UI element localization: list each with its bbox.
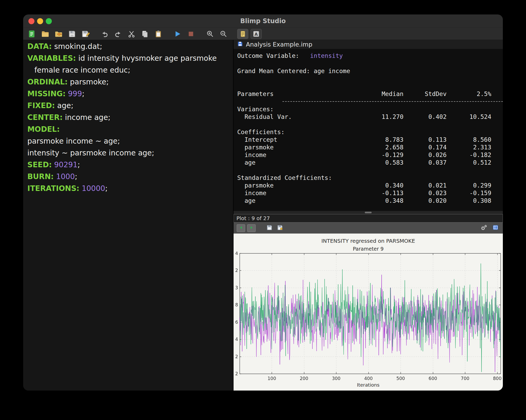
code-line: VARIABLES: id intensity hvysmoker age pa… [27,52,233,64]
zoom-out-icon [220,30,227,38]
trace-plot-canvas [234,252,503,382]
output-line: Outcome Variable: intensity [237,52,503,60]
run-button[interactable] [172,29,183,39]
plot-title: INTENSITY regressed on PARSMOKE [234,234,503,244]
splitter-handle[interactable] [365,212,372,213]
output-line: Coefficients: [237,128,503,136]
output-table-header: ParametersMedianStdDev2.5% [237,90,503,98]
output-table-row: Residual Var.11.2700.40210.524 [237,113,503,121]
zoom-window-button[interactable] [46,18,52,24]
output-table-row: age0.5830.0370.512 [237,159,503,166]
stop-icon [187,30,195,38]
tab-analysis-example[interactable]: Analysis Example.imp [234,40,316,49]
window-title: Blimp Studio [240,17,286,25]
output-table-row: income-0.1130.023-0.159 [237,189,503,197]
save-plot-icon [266,225,272,232]
svg-text:A: A [255,32,258,37]
font-icon: A [252,30,260,38]
code-line: ORDINAL: parsmoke; [27,76,233,88]
undo-button[interactable] [99,29,110,39]
new-file-button[interactable] [26,29,37,39]
pane-splitter[interactable] [234,211,503,214]
code-line: parsmoke income ~ age; [27,135,233,147]
output-table-row: parsmoke0.3400.0210.299 [237,182,503,189]
code-line: MODEL: [27,123,233,135]
tab-label: Analysis Example.imp [246,41,312,48]
app-window: Blimp Studio A DATA: smoking.dat;VARIABL… [23,14,503,391]
prev-arrow-icon [239,226,243,231]
output-blank-line [237,166,503,174]
panel-icon [493,225,498,231]
redo-icon [114,30,122,38]
cut-button[interactable] [126,29,137,39]
title-bar: Blimp Studio [23,14,503,28]
close-window-button[interactable] [28,18,34,24]
output-line: Variances: [237,105,503,113]
save-all-plots-icon [277,225,283,232]
font-button[interactable]: A [251,29,262,39]
copy-icon [141,30,149,38]
tab-bar: Analysis Example.imp [234,40,503,49]
save-button[interactable] [67,29,78,39]
window-controls [28,14,52,28]
code-line: ITERATIONS: 10000; [27,183,233,194]
zoom-out-button[interactable] [218,29,229,39]
right-pane: Analysis Example.imp Outcome Variable: i… [234,40,503,391]
script-icon [239,30,246,38]
new-file-icon [28,30,36,38]
output-line: Standardized Coefficients: [237,174,503,182]
zoom-in-icon [206,30,214,38]
code-line: DATA: smoking.dat; [27,41,233,52]
code-line: SEED: 90291; [27,159,233,171]
redo-button[interactable] [113,29,124,39]
save-icon [68,30,76,38]
import-file-button[interactable] [53,29,64,39]
open-folder-icon [41,30,49,38]
output-divider [237,98,503,105]
output-table-row: Intercept8.7830.1138.560 [237,136,503,144]
output-log-button[interactable] [237,29,248,39]
output-blank-line [237,60,503,67]
plot-xlabel: Iterations [234,382,503,391]
save-plot-button[interactable] [265,224,274,232]
paste-button[interactable] [153,29,164,39]
save-all-plots-button[interactable] [276,224,284,232]
open-file-button[interactable] [40,29,51,39]
zoom-in-button[interactable] [205,29,216,39]
undo-icon [101,30,109,38]
output-line: Grand Mean Centered: age income [237,67,503,75]
output-blank-line [237,83,503,90]
code-line: intensity ~ parsmoke income age; [27,147,233,159]
code-line: female race income educ; [27,64,233,76]
plot-display-button[interactable] [491,224,500,232]
output-console[interactable]: Outcome Variable: intensityGrand Mean Ce… [234,49,503,211]
code-line: FIXED: age; [27,100,233,112]
plot-subtitle: Parameter 9 [234,244,503,252]
stop-button[interactable] [185,29,196,39]
code-line: MISSING: 999; [27,88,233,100]
plot-settings-button[interactable] [480,224,488,232]
save-as-button[interactable] [80,29,91,39]
code-line: CENTER: income age; [27,112,233,123]
main-toolbar: A [23,28,503,40]
plot-panel: INTENSITY regressed on PARSMOKE Paramete… [234,234,503,391]
plot-toolbar [234,222,503,234]
output-blank-line [237,121,503,128]
main-split: DATA: smoking.dat;VARIABLES: id intensit… [23,40,503,391]
paste-icon [154,30,162,38]
code-editor[interactable]: DATA: smoking.dat;VARIABLES: id intensit… [23,40,234,391]
play-icon [174,30,181,38]
next-plot-button[interactable] [247,224,256,232]
plot-counter: Plot : 9 of 27 [236,215,270,221]
output-table-row: parsmoke2.6580.1742.313 [237,144,503,151]
minimize-window-button[interactable] [37,18,43,24]
plot-header: Plot : 9 of 27 [234,214,503,222]
gears-icon [481,224,487,232]
file-save-icon [237,41,243,48]
copy-button[interactable] [139,29,150,39]
output-table-row: age0.3480.0200.308 [237,197,503,205]
code-line: BURN: 1000; [27,171,233,183]
folder-arrow-icon [54,30,63,38]
output-table-row: income-0.1290.026-0.182 [237,151,503,159]
previous-plot-button[interactable] [237,224,245,232]
